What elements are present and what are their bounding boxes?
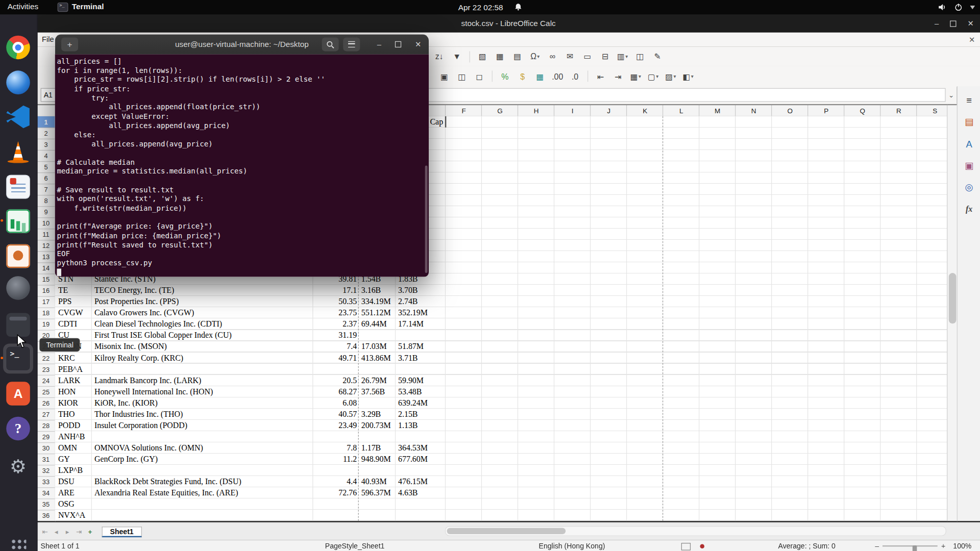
cell-A19[interactable]: CDTI: [57, 318, 93, 330]
cell-E26[interactable]: 639.24M: [397, 397, 447, 409]
row-header-19[interactable]: 19: [37, 318, 55, 330]
cell-C22[interactable]: 49.71: [315, 353, 358, 364]
sheet-tab-sheet1[interactable]: Sheet1: [102, 527, 142, 537]
dock-item-ubuntu-software[interactable]: [3, 379, 33, 409]
dock-item-libreoffice-impress[interactable]: [3, 241, 33, 271]
cell-E27[interactable]: 2.15B: [397, 409, 447, 420]
cell-C17[interactable]: 50.35: [315, 296, 358, 307]
row-header-9[interactable]: 9: [37, 206, 55, 218]
cell-C28[interactable]: 23.49: [315, 420, 358, 431]
horizontal-scrollbar-thumb[interactable]: [447, 528, 566, 534]
cell-D31[interactable]: 948.90M: [360, 454, 396, 465]
select-all-corner[interactable]: [37, 105, 56, 117]
cell-B34[interactable]: Alexandria Real Estate Equities, Inc. (A…: [93, 487, 314, 498]
cell-C16[interactable]: 17.1: [315, 285, 358, 296]
column-header-J[interactable]: J: [590, 105, 627, 116]
cell-B17[interactable]: Post Properties Inc. (PPS): [93, 296, 314, 307]
cell-A25[interactable]: HON: [57, 386, 93, 397]
cell-B22[interactable]: Kilroy Realty Corp. (KRC): [93, 353, 314, 364]
cell-A22[interactable]: KRC: [57, 353, 93, 364]
toolbar-merge-and-center-cells-icon[interactable]: ▣: [437, 69, 452, 83]
cell-C18[interactable]: 23.75: [315, 307, 358, 318]
cell-B31[interactable]: GenCorp Inc. (GY): [93, 454, 314, 465]
cell-E22[interactable]: 3.71B: [397, 353, 447, 364]
cell-B24[interactable]: Landmark Bancorp Inc. (LARK): [93, 375, 314, 386]
terminal-titlebar[interactable]: user@user-virtual-machine: ~/Desktop: [55, 34, 429, 55]
column-header-K[interactable]: K: [626, 105, 663, 116]
column-header-N[interactable]: N: [735, 105, 772, 116]
row-header-10[interactable]: 10: [37, 217, 55, 229]
cell-A32[interactable]: LXP^B: [57, 465, 93, 476]
sidebar-gallery-icon[interactable]: ▣: [961, 158, 977, 174]
row-header-13[interactable]: 13: [37, 251, 55, 263]
cell-A34[interactable]: ARE: [57, 487, 93, 498]
cell-E21[interactable]: 51.87M: [397, 341, 447, 353]
sidebar-navigator-icon[interactable]: ◎: [961, 179, 977, 195]
cell-A30[interactable]: OMN: [57, 442, 93, 454]
cell-E17[interactable]: 2.74B: [397, 296, 447, 307]
toolbar-increase-indent-icon[interactable]: ⇥: [610, 69, 625, 83]
cell-A35[interactable]: OSG: [57, 498, 93, 510]
row-header-4[interactable]: 4: [37, 150, 55, 162]
cell-E19[interactable]: 17.14M: [397, 318, 447, 330]
row-header-27[interactable]: 27: [37, 409, 55, 420]
row-header-26[interactable]: 26: [37, 397, 55, 409]
cell-D22[interactable]: 413.86M: [360, 353, 396, 364]
toolbar-insert-comment-icon[interactable]: ✉: [562, 49, 577, 63]
cell-D34[interactable]: 596.37M: [360, 487, 396, 498]
cell-C30[interactable]: 7.8: [315, 442, 358, 454]
row-header-1[interactable]: 1: [37, 116, 55, 128]
cell-B30[interactable]: OMNOVA Solutions Inc. (OMN): [93, 442, 314, 454]
row-header-15[interactable]: 15: [37, 273, 55, 285]
cell-D16[interactable]: 3.16B: [360, 285, 396, 296]
horizontal-scrollbar[interactable]: [445, 526, 946, 536]
dock-item-vlc[interactable]: [3, 137, 33, 167]
cell-D27[interactable]: 3.29B: [360, 409, 396, 420]
terminal-close-button[interactable]: [415, 34, 421, 54]
cell-A26[interactable]: KIOR: [57, 397, 93, 409]
sidebar-styles-icon[interactable]: A: [961, 136, 977, 152]
toolbar-insert-text-box-icon[interactable]: ▭: [580, 49, 595, 63]
activities-button[interactable]: Activities: [8, 0, 38, 14]
row-header-35[interactable]: 35: [37, 498, 55, 510]
row-header-22[interactable]: 22: [37, 353, 55, 364]
row-header-7[interactable]: 7: [37, 184, 55, 195]
toolbar-insert-image-icon[interactable]: ▧: [475, 49, 490, 63]
focused-app-menu[interactable]: Terminal: [58, 0, 104, 14]
row-header-34[interactable]: 34: [37, 487, 55, 499]
dock-item-settings[interactable]: [3, 451, 33, 481]
previous-sheet-button[interactable]: ◂: [51, 528, 62, 536]
cell-E28[interactable]: 1.13B: [397, 420, 447, 431]
toolbar-border-color-icon[interactable]: ▨: [663, 69, 678, 83]
cell-B25[interactable]: Honeywell International Inc. (HON): [93, 386, 314, 397]
row-header-25[interactable]: 25: [37, 386, 55, 398]
column-header-F[interactable]: F: [445, 105, 482, 116]
zoom-out-icon[interactable]: [875, 540, 879, 551]
dock-item-gimp[interactable]: [3, 273, 33, 303]
cell-A27[interactable]: THO: [57, 409, 93, 420]
cell-B26[interactable]: KiOR, Inc. (KIOR): [93, 397, 314, 409]
toolbar-insert-special-character-icon[interactable]: Ω: [527, 49, 542, 63]
cell-D33[interactable]: 40.93M: [360, 476, 396, 487]
cell-B18[interactable]: Calavo Growers Inc. (CVGW): [93, 307, 314, 318]
cell-A23[interactable]: PEB^A: [57, 364, 93, 375]
last-sheet-button[interactable]: ⇥: [73, 528, 84, 536]
row-header-24[interactable]: 24: [37, 375, 55, 387]
row-header-28[interactable]: 28: [37, 420, 55, 432]
cell-B33[interactable]: BlackRock Debt Strategies Fund, Inc. (DS…: [93, 476, 314, 487]
row-header-31[interactable]: 31: [37, 454, 55, 465]
sidebar-properties-icon[interactable]: ▤: [961, 114, 977, 130]
column-header-H[interactable]: H: [518, 105, 554, 116]
row-header-29[interactable]: 29: [37, 431, 55, 443]
terminal-scrollbar[interactable]: [425, 165, 428, 273]
zoom-slider-thumb[interactable]: [913, 545, 917, 551]
row-header-18[interactable]: 18: [37, 307, 55, 319]
document-close-icon[interactable]: [969, 35, 975, 44]
row-header-11[interactable]: 11: [37, 229, 55, 240]
row-header-17[interactable]: 17: [37, 296, 55, 308]
cell-D19[interactable]: 69.44M: [360, 318, 396, 330]
cell-C31[interactable]: 11.2: [315, 454, 358, 465]
toolbar-border-style-icon[interactable]: ▢: [646, 69, 660, 83]
cell-C26[interactable]: 6.08: [315, 397, 358, 409]
cell-B19[interactable]: Clean Diesel Technologies Inc. (CDTI): [93, 318, 314, 330]
